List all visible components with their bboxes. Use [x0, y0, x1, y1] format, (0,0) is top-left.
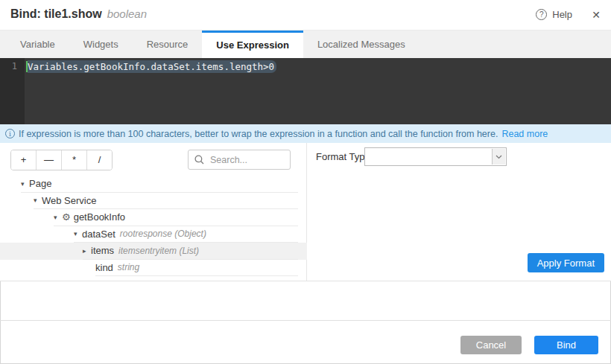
title-text: Bind: tile1.show: [10, 7, 102, 20]
tab-resource[interactable]: Resource: [133, 31, 203, 58]
tree-node-type: string: [118, 262, 139, 272]
expand-arrow-icon[interactable]: ▾: [21, 180, 29, 188]
help-button[interactable]: ? Help: [536, 9, 572, 20]
help-label: Help: [552, 9, 572, 20]
collapse-arrow-icon[interactable]: ▸: [83, 247, 91, 255]
page-title: Bind: tile1.showboolean: [10, 7, 147, 21]
multiply-operator-button[interactable]: *: [61, 150, 86, 170]
tree-node-label[interactable]: kind: [95, 262, 113, 273]
editor-gutter: 1: [0, 58, 25, 124]
search-input[interactable]: [209, 154, 284, 166]
expand-arrow-icon[interactable]: ▾: [54, 214, 62, 221]
expression-editor[interactable]: 1 Variables.getBookInfo.dataSet.items.le…: [0, 58, 611, 124]
tab-widgets[interactable]: Widgets: [69, 31, 133, 58]
tree-node-page[interactable]: ▾ Page: [0, 176, 307, 193]
selected-expression[interactable]: Variables.getBookInfo.dataSet.items.leng…: [28, 60, 276, 73]
bound-type-hint: boolean: [107, 7, 147, 20]
tree-node-getbookinfo[interactable]: ▾ ⚙ getBookInfo: [0, 209, 307, 226]
tab-localized-messages[interactable]: Localized Messages: [303, 31, 420, 58]
tree-node-items[interactable]: ▸ items itemsentryitem (List): [0, 243, 307, 260]
operator-button-group: + — * /: [10, 150, 113, 170]
expression-code-line[interactable]: Variables.getBookInfo.dataSet.items.leng…: [28, 61, 276, 72]
search-box: [188, 150, 291, 170]
apply-format-button[interactable]: Apply Format: [528, 253, 604, 272]
tab-variable[interactable]: Variable: [6, 31, 69, 58]
tree-node-label[interactable]: dataSet: [82, 229, 115, 240]
plus-operator-button[interactable]: +: [11, 150, 36, 170]
close-icon[interactable]: ✕: [592, 9, 601, 21]
tree-node-kind[interactable]: kind string: [0, 260, 307, 277]
info-bar: i If expression is more than 100 charact…: [0, 124, 611, 143]
tree-node-label[interactable]: items: [91, 245, 114, 256]
format-type-label: Format Type: [316, 151, 370, 162]
info-message: If expression is more than 100 character…: [19, 129, 498, 139]
tree-node-label[interactable]: Web Service: [42, 195, 96, 206]
cancel-button[interactable]: Cancel: [460, 336, 522, 354]
help-icon: ?: [536, 9, 547, 20]
expression-builder-panel: + — * / ▾ Page ▾ Web: [0, 143, 307, 281]
info-icon: i: [5, 129, 15, 138]
expand-arrow-icon[interactable]: ▾: [34, 197, 42, 204]
chevron-down-icon: [492, 149, 505, 165]
tree-node-type: rootresponse (Object): [120, 229, 206, 239]
tree-node-dataset[interactable]: ▾ dataSet rootresponse (Object): [0, 226, 307, 243]
content-area: + — * / ▾ Page ▾ Web: [0, 143, 611, 281]
tree-node-web-service[interactable]: ▾ Web Service: [0, 193, 307, 210]
dialog-header: Bind: tile1.showboolean ? Help ✕: [0, 0, 611, 31]
variable-tree: ▾ Page ▾ Web Service ▾ ⚙ getBookInfo: [0, 176, 307, 276]
tree-node-label[interactable]: getBookInfo: [74, 211, 125, 223]
read-more-link[interactable]: Read more: [501, 129, 548, 139]
line-number: 1: [12, 61, 17, 71]
search-icon: [194, 155, 204, 165]
minus-operator-button[interactable]: —: [36, 150, 61, 170]
bind-dialog: Bind: tile1.showboolean ? Help ✕ Variabl…: [0, 0, 611, 364]
tab-bar: Variable Widgets Resource Use Expression…: [0, 31, 611, 58]
format-type-select[interactable]: [364, 147, 507, 166]
expand-arrow-icon[interactable]: ▾: [74, 230, 82, 237]
tree-node-label[interactable]: Page: [29, 178, 51, 189]
tree-node-type: itemsentryitem (List): [118, 246, 199, 256]
web-service-icon: ⚙: [62, 212, 71, 222]
divide-operator-button[interactable]: /: [86, 150, 112, 170]
bind-button[interactable]: Bind: [534, 336, 598, 354]
footer-divider: [0, 320, 611, 321]
tab-use-expression[interactable]: Use Expression: [202, 31, 303, 58]
